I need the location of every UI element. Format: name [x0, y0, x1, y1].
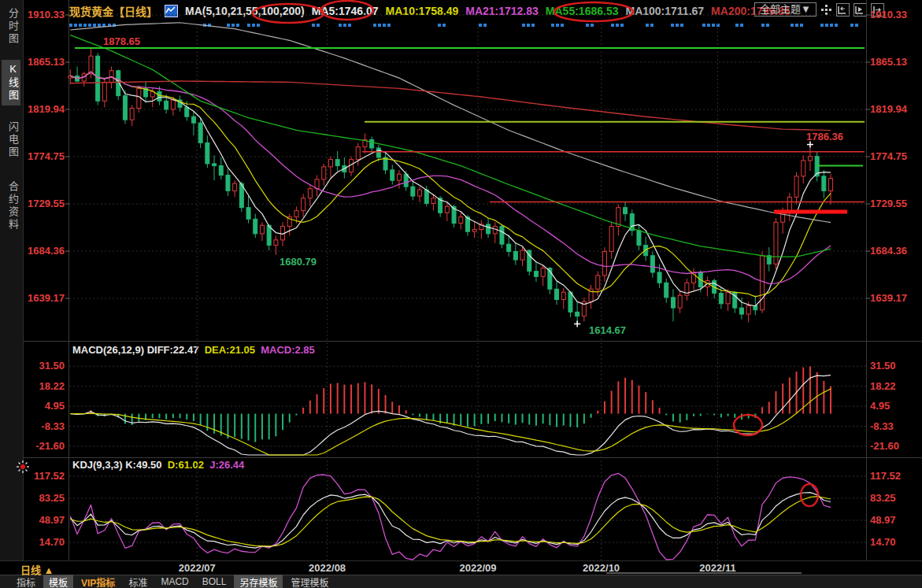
- event-marker-dot: [795, 24, 798, 27]
- macd-axis-label-right: 4.95: [870, 400, 919, 412]
- kdj-axis-label-right: 14.70: [870, 536, 919, 548]
- sidebar-item-contract-info[interactable]: 合约资料: [2, 178, 20, 235]
- price-axis-label-left: 1819.94: [24, 103, 65, 115]
- price-axis-label-right: 1865.13: [870, 56, 919, 68]
- event-marker-dot: [761, 24, 765, 27]
- ma10-value: MA10:1758.49: [386, 5, 459, 17]
- kdj-axis-label-left: 48.97: [24, 514, 65, 526]
- event-marker-dot: [680, 24, 683, 27]
- event-marker-dot: [108, 24, 111, 27]
- price-axis-label-right: 1639.17: [870, 292, 919, 304]
- compress-xaxis-icon[interactable]: [836, 3, 850, 17]
- event-marker-dot: [791, 24, 794, 27]
- tab-macd[interactable]: MACD: [155, 575, 194, 588]
- sidebar-item-flash-chart[interactable]: 闪电图: [2, 118, 20, 162]
- kdj-axis-label-left: 14.70: [24, 536, 65, 548]
- event-marker-dot: [236, 24, 239, 27]
- event-marker-dot: [712, 24, 715, 27]
- event-marker-dot: [766, 24, 769, 27]
- expand-xaxis-icon[interactable]: [853, 3, 867, 17]
- event-marker-dot: [707, 24, 710, 27]
- event-marker-dot: [620, 24, 624, 27]
- event-marker-dot: [740, 24, 743, 27]
- event-marker-dot: [69, 24, 72, 27]
- macd-axis-label-left: 18.22: [24, 380, 65, 392]
- ma55-value: MA55:1686.53: [546, 5, 619, 17]
- symbol-name: 现货黄金【日线】: [69, 3, 157, 19]
- price-axis-label-right: 1774.75: [870, 150, 919, 162]
- event-marker-dot: [438, 24, 441, 27]
- price-axis-label-right: 1819.94: [870, 103, 919, 115]
- event-marker-dot: [646, 24, 649, 27]
- event-marker-dot: [88, 24, 91, 27]
- price-axis-label-right: 1684.36: [870, 245, 919, 257]
- kdj-axis-label-right: 117.52: [870, 470, 919, 482]
- tab-standard[interactable]: 标准: [123, 575, 153, 588]
- event-marker-dot: [317, 24, 320, 27]
- tab-vip-indicators[interactable]: VIP指标: [76, 575, 120, 588]
- tab-save-template[interactable]: 另存模板: [234, 575, 283, 588]
- event-marker-dot: [850, 24, 853, 27]
- event-marker-dot: [74, 24, 77, 27]
- event-marker-dot: [611, 24, 614, 27]
- event-marker-dot: [257, 24, 260, 27]
- event-marker-dot: [676, 24, 679, 27]
- macd-axis-label-left: 4.95: [24, 400, 65, 412]
- event-marker-dot: [252, 24, 255, 27]
- event-marker-dot: [203, 24, 206, 27]
- event-marker-dot: [387, 24, 391, 27]
- event-marker-dot: [227, 24, 230, 27]
- date-axis-label: 2022/07: [165, 562, 228, 574]
- event-marker-dot: [830, 24, 833, 27]
- pan-crosshair-icon[interactable]: [820, 4, 832, 16]
- macd-axis-label-right: 31.50: [870, 360, 919, 372]
- macd-axis-label-right: -21.60: [870, 440, 919, 452]
- tab-manage-templates[interactable]: 管理模板: [285, 575, 334, 588]
- event-marker-dot: [591, 24, 594, 27]
- event-marker-dot: [716, 24, 720, 27]
- event-marker-dot: [231, 24, 235, 27]
- event-marker-dot: [650, 24, 654, 27]
- event-marker-dot: [835, 24, 838, 27]
- kdj-axis-label-right: 83.25: [870, 492, 919, 504]
- event-marker-dot: [383, 24, 386, 27]
- event-marker-dot: [102, 24, 106, 27]
- header-toolbar: 全部主题▼: [754, 2, 884, 17]
- event-marker-dot: [820, 24, 824, 27]
- event-marker-dot: [93, 24, 96, 27]
- chart-header: 现货黄金【日线】 MA(5,10,21,55,100,200) MA5:1746…: [69, 2, 791, 20]
- macd-axis-label-left: 31.50: [24, 360, 65, 372]
- macd-axis-label-left: -8.33: [24, 420, 65, 432]
- sidebar-item-kline-chart[interactable]: K线图: [2, 60, 20, 105]
- date-axis-label: 2022/09: [446, 562, 509, 574]
- event-marker-dot: [556, 24, 559, 27]
- event-marker-dot: [522, 24, 525, 27]
- theme-dropdown-button[interactable]: 全部主题▼: [754, 2, 816, 17]
- event-marker-dot: [378, 24, 381, 27]
- kdj-panel-label: KDJ(9,3,3) K:49.50 D:61.02 J:26.44: [72, 459, 244, 471]
- tab-boll[interactable]: BOLL: [197, 575, 232, 588]
- event-marker-dot: [531, 24, 535, 27]
- kdj-axis-label-left: 83.25: [24, 492, 65, 504]
- main-chart-area[interactable]: [69, 24, 866, 560]
- h-scrollbar-thumb[interactable]: [606, 572, 802, 574]
- event-marker-dot: [343, 24, 346, 27]
- event-marker-dot: [483, 24, 487, 27]
- kdj-axis-label-right: 48.97: [870, 514, 919, 526]
- ma21-value: MA21:1712.83: [465, 5, 539, 17]
- event-marker-dot: [616, 24, 619, 27]
- event-marker-dot: [551, 24, 554, 27]
- price-axis-label-left: 1865.13: [24, 56, 65, 68]
- event-marker-dot: [79, 24, 82, 27]
- event-marker-dot: [561, 24, 564, 27]
- date-axis-label: 2022/08: [296, 562, 359, 574]
- sidebar-item-time-chart[interactable]: 分时图: [2, 5, 20, 49]
- event-marker-dot: [208, 24, 211, 27]
- event-marker-dot: [702, 24, 705, 27]
- price-axis-label-left: 1639.17: [24, 292, 65, 304]
- period-selector[interactable]: 日线 ▲: [20, 562, 54, 577]
- indicator-chart-icon[interactable]: [165, 5, 178, 17]
- event-marker-dot: [527, 24, 530, 27]
- macd-axis-label-left: -21.60: [24, 440, 65, 452]
- price-axis-label-left: 1774.75: [24, 150, 65, 162]
